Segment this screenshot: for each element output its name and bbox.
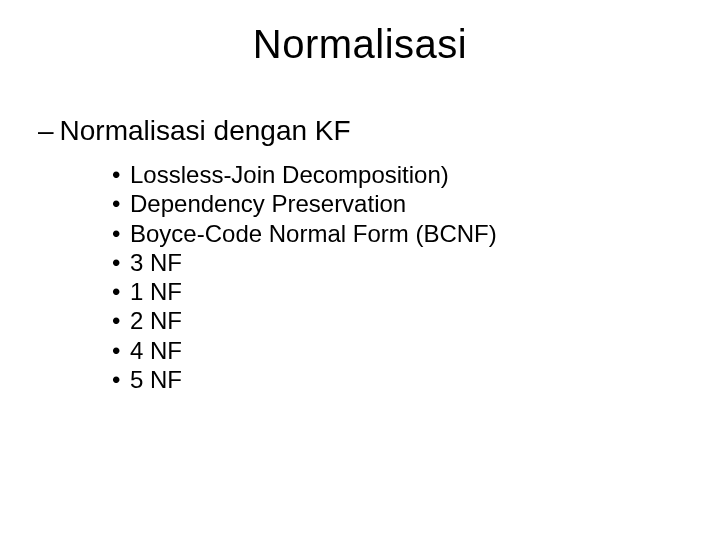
slide-title: Normalisasi: [0, 0, 720, 67]
bullet-list: • Lossless-Join Decomposition) • Depende…: [112, 160, 497, 394]
list-item-text: Boyce-Code Normal Form (BCNF): [130, 219, 497, 248]
list-item: • 2 NF: [112, 306, 497, 335]
subheading-text: Normalisasi dengan KF: [60, 115, 351, 146]
list-item: • Boyce-Code Normal Form (BCNF): [112, 219, 497, 248]
bullet-icon: •: [112, 160, 130, 189]
list-item-text: Dependency Preservation: [130, 189, 406, 218]
list-item: • Dependency Preservation: [112, 189, 497, 218]
list-item-text: Lossless-Join Decomposition): [130, 160, 449, 189]
bullet-icon: •: [112, 189, 130, 218]
list-item: • 4 NF: [112, 336, 497, 365]
list-item-text: 2 NF: [130, 306, 182, 335]
list-item-text: 1 NF: [130, 277, 182, 306]
list-item: • 1 NF: [112, 277, 497, 306]
list-item: • 5 NF: [112, 365, 497, 394]
dash-bullet: –: [38, 115, 54, 147]
list-item-text: 3 NF: [130, 248, 182, 277]
list-item: • 3 NF: [112, 248, 497, 277]
list-item-text: 4 NF: [130, 336, 182, 365]
bullet-icon: •: [112, 219, 130, 248]
slide: Normalisasi –Normalisasi dengan KF • Los…: [0, 0, 720, 540]
bullet-icon: •: [112, 277, 130, 306]
bullet-icon: •: [112, 248, 130, 277]
list-item-text: 5 NF: [130, 365, 182, 394]
bullet-icon: •: [112, 365, 130, 394]
slide-subheading: –Normalisasi dengan KF: [38, 115, 351, 147]
list-item: • Lossless-Join Decomposition): [112, 160, 497, 189]
bullet-icon: •: [112, 306, 130, 335]
bullet-icon: •: [112, 336, 130, 365]
